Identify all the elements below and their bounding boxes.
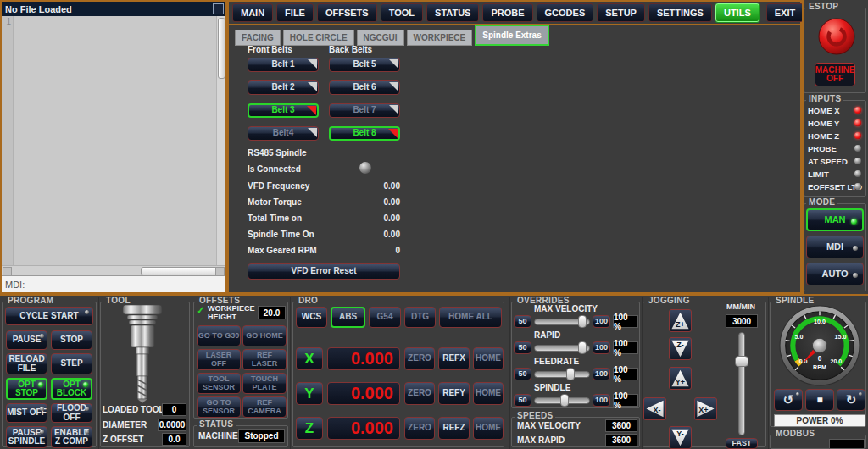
touch-plate-button[interactable]: TOUCH PLATE [242,373,287,394]
mode-mdi-button[interactable]: MDI [806,236,864,258]
spindle-slider-thumb[interactable] [560,394,569,407]
rapid-slider-thumb[interactable] [578,341,587,354]
spindle-cw-button[interactable]: ↻ [837,389,865,411]
z-axis-button[interactable]: Z [296,417,323,440]
menu-main[interactable]: MAIN [232,3,273,22]
home-z-button[interactable]: HOME [473,417,504,440]
abs-button[interactable]: ABS [331,307,365,328]
go-to-g30-button[interactable]: GO TO G30 [197,325,241,346]
machine-off-button[interactable]: MACHINE OFF [815,63,855,86]
tab-hole-circle[interactable]: HOLE CIRCLE [283,30,354,46]
ref-z-button[interactable]: REFZ [438,417,470,440]
home-all-button[interactable]: HOME ALL [439,307,502,328]
ref-camera-button[interactable]: REF CAMERA [242,396,287,418]
max-velocity-slider-thumb[interactable] [578,315,587,328]
menu-settings[interactable]: SETTINGS [648,3,712,22]
belt-1-button[interactable]: Belt 1 [248,58,319,72]
belt-6-button[interactable]: Belt 6 [329,80,400,95]
go-home-button[interactable]: GO HOME [242,325,287,346]
mdi-input[interactable]: MDI: [2,275,225,292]
feedrate-max-button[interactable]: 100 [593,368,610,380]
jog-y-plus-button[interactable]: Y+ [669,367,692,390]
pause-spindle-button[interactable]: PAUSE SPINDLE [6,426,47,448]
speeds-max-rapid-value[interactable]: 3600 [605,434,637,446]
jog-x-minus-button[interactable]: X- [643,397,666,420]
workpiece-height-checkbox[interactable]: ✓ [196,304,205,317]
ref-x-button[interactable]: REFX [438,347,470,370]
tab-spindle-extras[interactable]: Spindle Extras [475,25,548,46]
jog-z-minus-button[interactable]: Z- [669,337,692,360]
rapid-max-button[interactable]: 100 [593,341,610,354]
exit-button[interactable]: EXIT [766,3,804,22]
max-velocity-min-button[interactable]: 50 [514,315,531,328]
vfd-error-reset-button[interactable]: VFD Error Reset [248,263,400,280]
home-x-button[interactable]: HOME [473,347,504,370]
zero-z-button[interactable]: ZERO [404,417,435,440]
scroll-right-arrow[interactable] [215,267,225,276]
pause-button[interactable]: PAUSE [6,330,47,350]
wcs-button[interactable]: WCS [296,307,327,328]
menu-setup[interactable]: SETUP [597,3,645,22]
feedrate-min-button[interactable]: 50 [514,368,531,380]
menu-utils[interactable]: UTILS [715,3,760,22]
spindle-ccw-button[interactable]: ↺ [774,389,803,411]
gcode-text-area[interactable]: 1 [2,16,225,265]
menu-file[interactable]: FILE [276,3,314,22]
dtg-button[interactable]: DTG [404,307,436,328]
belt-7-button[interactable]: Belt 7 [329,103,400,118]
fast-button[interactable]: FAST [726,438,758,449]
tab-workpiece[interactable]: WORKPIECE [407,30,473,46]
horizontal-scroll-thumb[interactable] [141,267,219,276]
y-axis-button[interactable]: Y [296,382,323,405]
z-comp-button[interactable]: ENABLE Z COMP [51,426,92,448]
feedrate-slider[interactable] [534,371,590,378]
speeds-max-velocity-value[interactable]: 3600 [605,419,637,432]
spindle-stop-button[interactable]: ■ [805,389,834,411]
feedrate-slider-thumb[interactable] [566,368,575,380]
mode-auto-button[interactable]: AUTO [806,263,864,285]
flood-button[interactable]: FLOOD OFF [51,403,92,423]
ref-y-button[interactable]: REFY [438,382,470,405]
scroll-left-arrow[interactable] [3,267,12,276]
mist-button[interactable]: MIST OFF [6,403,47,423]
x-axis-button[interactable]: X [296,347,323,370]
menu-status[interactable]: STATUS [426,3,479,22]
rapid-min-button[interactable]: 50 [514,341,531,354]
ref-laser-button[interactable]: REF LASER [242,349,287,370]
menu-gcodes[interactable]: GCODES [537,3,594,22]
opt-block-button[interactable]: OPT BLOCK [51,378,92,400]
workpiece-height-value[interactable]: 20.0 [258,306,286,319]
belt-5-button[interactable]: Belt 5 [329,58,400,72]
menu-tool[interactable]: TOOL [381,3,423,22]
menu-offsets[interactable]: OFFSETS [317,3,377,22]
menu-probe[interactable]: PROBE [482,3,532,22]
jog-y-minus-button[interactable]: Y- [669,426,692,449]
belt-4-button[interactable]: Belt4 [248,126,319,141]
jog-z-plus-button[interactable]: Z+ [669,309,692,332]
mode-man-button[interactable]: MAN [806,208,864,231]
editor-collapse-button[interactable] [213,3,224,14]
step-button[interactable]: STEP [51,353,92,374]
jog-speed-slider[interactable] [738,332,745,435]
belt-3-button[interactable]: Belt 3 [248,103,319,118]
laser-off-button[interactable]: LASER OFF [197,349,241,370]
estop-button[interactable] [818,18,855,55]
spindle-max-button[interactable]: 100 [593,394,610,407]
belt-8-button[interactable]: Belt 8 [329,126,400,141]
stop-button[interactable]: STOP [51,330,92,350]
tab-ngcgui[interactable]: NGCGUI [357,30,404,46]
tab-facing[interactable]: FACING [235,30,281,46]
cycle-start-button[interactable]: CYCLE START [5,307,93,325]
max-velocity-max-button[interactable]: 100 [593,315,610,328]
jog-speed-value[interactable]: 3000 [726,314,758,328]
jog-x-plus-button[interactable]: X+ [694,397,717,420]
zero-x-button[interactable]: ZERO [404,347,435,370]
opt-stop-button[interactable]: OPT STOP [6,378,47,400]
spindle-min-button[interactable]: 50 [514,394,531,407]
belt-2-button[interactable]: Belt 2 [248,80,319,95]
editor-horizontal-scrollbar[interactable] [2,265,225,275]
home-y-button[interactable]: HOME [473,382,504,405]
editor-vertical-scrollbar[interactable] [216,16,225,265]
zero-y-button[interactable]: ZERO [404,382,435,405]
tool-sensor-button[interactable]: TOOL SENSOR [197,373,241,394]
